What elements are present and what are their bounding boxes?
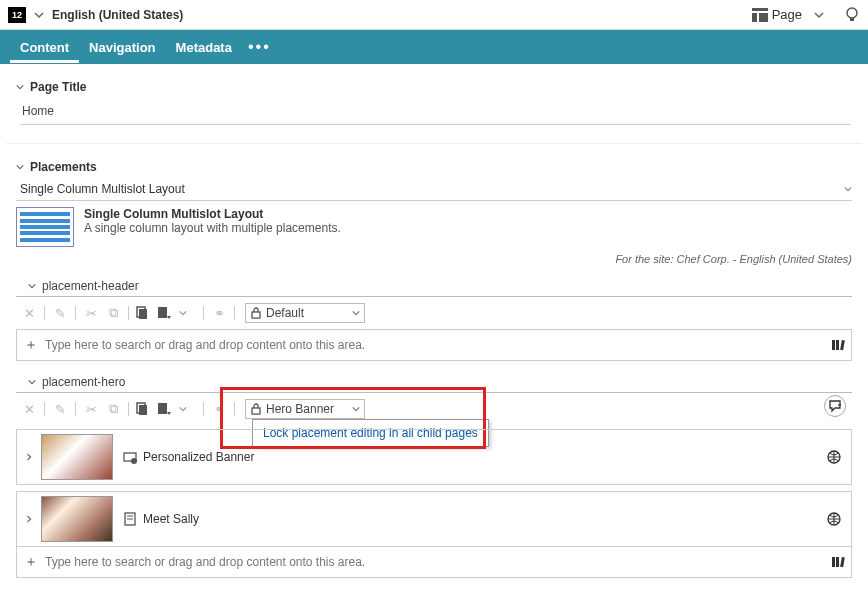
tab-content[interactable]: Content (10, 32, 79, 63)
lock-mode-dropdown-hero[interactable]: Hero Banner (245, 399, 365, 419)
svg-rect-23 (832, 557, 835, 567)
svg-rect-13 (139, 405, 147, 415)
thumbnail (41, 434, 113, 480)
plus-icon[interactable]: ＋ (23, 336, 39, 354)
content-card-meet-sally[interactable]: Meet Sally (16, 491, 852, 547)
lightbulb-icon[interactable] (844, 6, 860, 24)
link-icon: ⚭ (210, 306, 228, 321)
svg-rect-2 (759, 13, 768, 22)
layout-selector[interactable]: Single Column Multislot Layout (16, 180, 852, 201)
section-title-placements: Placements (30, 160, 97, 174)
drop-area-hero[interactable]: ＋ Type here to search or drag and drop c… (16, 547, 852, 578)
chevron-down-icon[interactable] (28, 378, 36, 386)
chevron-down-icon[interactable] (16, 83, 24, 91)
locale-badge[interactable]: 12 (8, 7, 26, 23)
drop-area-header[interactable]: ＋ Type here to search or drag and drop c… (16, 329, 852, 361)
lock-icon (250, 307, 262, 319)
chevron-down-icon[interactable] (179, 309, 197, 317)
lock-icon (250, 403, 262, 415)
tab-navigation[interactable]: Navigation (79, 32, 165, 63)
page-title-value[interactable]: Home (20, 100, 850, 125)
svg-rect-6 (139, 309, 147, 319)
chevron-right-icon[interactable] (25, 453, 33, 461)
section-title-page-title: Page Title (30, 80, 86, 94)
tab-more-icon[interactable]: ••• (242, 38, 277, 56)
content-card-personalized-banner[interactable]: Personalized Banner (16, 429, 852, 485)
edit-icon: ✎ (51, 402, 69, 417)
personalized-icon (123, 450, 137, 464)
page-mode-label[interactable]: Page (772, 7, 802, 22)
svg-rect-1 (752, 13, 757, 22)
cut-icon: ✂ (82, 306, 100, 321)
layout-description: A single column layout with multiple pla… (84, 221, 341, 235)
paste-icon[interactable] (135, 306, 153, 320)
close-icon: ✕ (20, 402, 38, 417)
copy-icon: ⧉ (104, 401, 122, 417)
chevron-down-icon (352, 405, 360, 413)
chevron-down-icon[interactable] (16, 163, 24, 171)
chevron-down-icon[interactable] (814, 10, 824, 20)
library-icon[interactable] (831, 555, 845, 569)
chevron-down-icon[interactable] (34, 10, 44, 20)
svg-point-3 (847, 8, 857, 18)
drop-placeholder[interactable]: Type here to search or drag and drop con… (45, 338, 831, 352)
chevron-down-icon (844, 185, 852, 193)
globe-icon[interactable] (827, 512, 841, 526)
svg-rect-15 (252, 408, 260, 414)
globe-icon[interactable] (827, 450, 841, 464)
placement-header-title: placement-header (42, 279, 139, 293)
language-label: English (United States) (52, 8, 183, 22)
drop-placeholder[interactable]: Type here to search or drag and drop con… (45, 555, 831, 569)
chevron-down-icon[interactable] (28, 282, 36, 290)
close-icon: ✕ (20, 306, 38, 321)
placement-hero-title: placement-hero (42, 375, 125, 389)
library-icon[interactable] (831, 338, 845, 352)
svg-point-17 (131, 458, 137, 464)
chevron-down-icon (352, 309, 360, 317)
svg-rect-11 (840, 340, 845, 350)
lock-mode-dropdown[interactable]: Default (245, 303, 365, 323)
paste-icon[interactable] (135, 402, 153, 416)
svg-rect-24 (836, 557, 839, 567)
svg-rect-8 (252, 312, 260, 318)
content-title: Personalized Banner (143, 450, 254, 464)
thumbnail (41, 496, 113, 542)
layout-title: Single Column Multislot Layout (84, 207, 341, 221)
svg-rect-7 (158, 307, 167, 318)
svg-rect-10 (836, 340, 839, 350)
chevron-right-icon[interactable] (25, 515, 33, 523)
svg-rect-0 (752, 8, 768, 11)
copy-icon: ⧉ (104, 305, 122, 321)
paste-dropdown-icon[interactable] (157, 306, 175, 320)
svg-rect-4 (850, 18, 854, 21)
svg-rect-14 (158, 403, 167, 414)
svg-rect-9 (832, 340, 835, 350)
plus-icon[interactable]: ＋ (23, 553, 39, 571)
tab-metadata[interactable]: Metadata (166, 32, 242, 63)
page-layout-icon[interactable] (752, 8, 768, 22)
link-icon: ⚭ (210, 402, 228, 417)
paste-dropdown-icon[interactable] (157, 402, 175, 416)
tabs-bar: Content Navigation Metadata ••• (0, 30, 868, 64)
page-icon (123, 512, 137, 526)
svg-rect-25 (840, 557, 845, 567)
cut-icon: ✂ (82, 402, 100, 417)
edit-icon: ✎ (51, 306, 69, 321)
layout-thumbnail (16, 207, 74, 247)
comment-icon[interactable] (824, 395, 846, 417)
site-note: For the site: Chef Corp. - English (Unit… (16, 253, 852, 265)
content-title: Meet Sally (143, 512, 199, 526)
chevron-down-icon[interactable] (179, 405, 197, 413)
